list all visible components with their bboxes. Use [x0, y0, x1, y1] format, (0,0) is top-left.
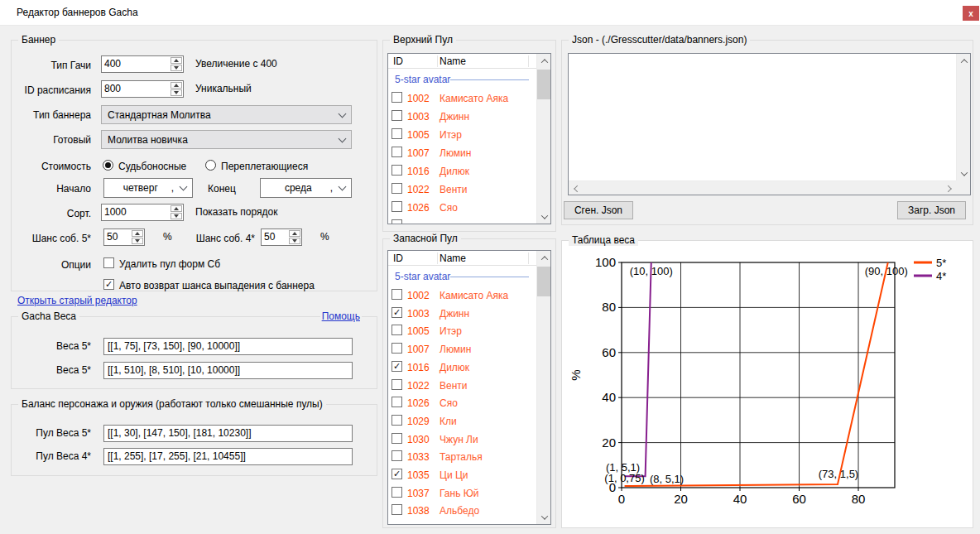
chance5-label: Шанс соб. 5*: [12, 233, 91, 244]
json-textbox[interactable]: [569, 55, 956, 180]
list-item[interactable]: 1002Камисато Аяка: [388, 286, 537, 305]
scrollbar-thumb[interactable]: [537, 70, 550, 99]
list-item[interactable]: 1029Кли: [388, 412, 537, 431]
cost-radio-intertwined[interactable]: [205, 160, 216, 171]
close-button[interactable]: x: [963, 6, 979, 21]
open-old-editor-link[interactable]: Открыть старый редактор: [17, 295, 137, 306]
scroll-up-icon[interactable]: [957, 54, 971, 68]
column-header-name[interactable]: Name: [440, 55, 466, 67]
item-checkbox[interactable]: [392, 487, 402, 498]
item-checkbox[interactable]: ✓: [392, 361, 402, 372]
x-tick-label: 0: [618, 492, 625, 506]
list-item[interactable]: ✓1016Дилюк: [388, 358, 537, 377]
item-checkbox[interactable]: [392, 128, 402, 139]
column-header-name[interactable]: Name: [440, 253, 466, 264]
item-id: 1022: [407, 184, 430, 195]
item-checkbox[interactable]: [392, 325, 402, 335]
spin-up-icon[interactable]: [132, 230, 143, 237]
spin-down-icon[interactable]: [132, 238, 143, 244]
chance5-stepper[interactable]: 50: [103, 229, 145, 246]
load-json-button[interactable]: Загр. Json: [897, 201, 966, 219]
list-item[interactable]: ✓1035Ци Ци: [388, 466, 537, 484]
spin-down-icon[interactable]: [171, 89, 182, 96]
remove-weapon-pool-checkbox[interactable]: [103, 257, 114, 268]
schedule-id-stepper[interactable]: 800: [101, 80, 184, 98]
gacha-type-stepper[interactable]: 400: [101, 55, 184, 73]
item-checkbox[interactable]: [392, 504, 402, 515]
list-item[interactable]: 1038Альбедо: [388, 502, 537, 520]
item-checkbox[interactable]: [392, 450, 402, 461]
list-item[interactable]: 1022Венти: [388, 377, 537, 395]
column-header-id[interactable]: ID: [393, 55, 403, 67]
spin-up-icon[interactable]: [171, 82, 182, 89]
item-checkbox[interactable]: [392, 201, 402, 212]
options-label: Опции: [12, 259, 91, 271]
scroll-down-icon[interactable]: [537, 209, 551, 224]
list-item[interactable]: 1033Тарталья: [388, 448, 537, 466]
list-scrollbar[interactable]: [536, 54, 550, 224]
list-item[interactable]: 1003Джинн: [388, 108, 537, 126]
reserve-pool-list[interactable]: IDName5-star avatar1002Камисато Аяка✓100…: [387, 250, 551, 525]
item-checkbox[interactable]: [392, 147, 402, 157]
list-item[interactable]: 1022Венти: [388, 180, 537, 199]
pool-weights4-input[interactable]: [[1, 255], [17, 255], [21, 10455]]: [103, 448, 353, 465]
list-item[interactable]: 1016Дилюк: [388, 162, 537, 180]
end-day-select[interactable]: среда,: [260, 178, 352, 198]
scroll-right-icon[interactable]: [942, 181, 956, 195]
list-item[interactable]: 1007Люмин: [388, 144, 537, 162]
item-checkbox[interactable]: [392, 183, 402, 194]
list-item[interactable]: ✓1003Джинн: [388, 305, 537, 323]
list-item[interactable]: 1005Итэр: [388, 322, 537, 340]
scrollbar-thumb[interactable]: [537, 267, 550, 296]
list-item[interactable]: 1030Чжун Ли: [388, 431, 537, 449]
list-item[interactable]: 1007Люмин: [388, 340, 537, 358]
item-checkbox[interactable]: [392, 289, 402, 300]
spin-down-icon[interactable]: [289, 238, 300, 244]
item-checkbox[interactable]: ✓: [392, 469, 402, 479]
scroll-up-icon[interactable]: [537, 54, 551, 68]
generate-json-button[interactable]: Сген. Json: [564, 201, 633, 219]
chance4-stepper[interactable]: 50: [261, 229, 302, 246]
item-checkbox[interactable]: [392, 110, 402, 121]
list-item[interactable]: 1026Сяо: [388, 394, 537, 412]
list-scrollbar[interactable]: [536, 251, 550, 524]
prefab-select[interactable]: Молитва новичка: [101, 130, 352, 149]
item-checkbox[interactable]: [392, 379, 402, 390]
cost-radio-fate[interactable]: [103, 160, 113, 171]
json-vertical-scrollbar[interactable]: [956, 54, 970, 180]
list-item[interactable]: 1037Гань Юй: [388, 484, 537, 503]
item-checkbox[interactable]: ✓: [392, 307, 402, 318]
help-link[interactable]: Помощь: [320, 310, 362, 322]
top-pool-list[interactable]: IDName5-star avatar1002Камисато Аяка1003…: [387, 53, 551, 224]
json-textbox-frame: [568, 53, 971, 195]
scroll-up-icon[interactable]: [537, 251, 551, 265]
list-item[interactable]: 1002Камисато Аяка: [388, 89, 537, 108]
scroll-left-icon[interactable]: [569, 181, 583, 195]
item-checkbox[interactable]: [392, 165, 402, 176]
item-checkbox[interactable]: [392, 415, 402, 426]
spin-down-icon[interactable]: [171, 65, 182, 71]
scroll-down-icon[interactable]: [537, 510, 551, 524]
column-header-id[interactable]: ID: [393, 253, 403, 264]
auto-return-chance-checkbox[interactable]: ✓: [103, 279, 114, 290]
list-item[interactable]: 1005Итэр: [388, 126, 537, 144]
item-checkbox[interactable]: [392, 397, 402, 407]
weights5-row1-input[interactable]: [[1, 75], [73, 150], [90, 10000]]: [103, 338, 353, 355]
banner-type-select[interactable]: Стандартная Молитва: [101, 105, 352, 124]
spin-down-icon[interactable]: [171, 213, 182, 219]
list-item[interactable]: 1026Сяо: [388, 199, 537, 217]
start-day-select[interactable]: четверг,: [103, 178, 193, 198]
spin-up-icon[interactable]: [171, 57, 182, 64]
sort-stepper[interactable]: 1000: [101, 204, 184, 221]
weights5-row2-input[interactable]: [[1, 510], [8, 510], [10, 10000]]: [103, 362, 353, 379]
spin-up-icon[interactable]: [171, 205, 182, 212]
scroll-down-icon[interactable]: [957, 166, 971, 180]
item-checkbox[interactable]: [392, 433, 402, 444]
pool-weights5-input[interactable]: [[1, 30], [147, 150], [181, 10230]]: [103, 425, 353, 442]
json-group-title: Json - (./Gresscutter/data/banners.json): [569, 34, 750, 46]
item-checkbox[interactable]: [392, 92, 402, 103]
spin-up-icon[interactable]: [289, 230, 300, 237]
legend-label-5*: 5*: [936, 257, 946, 269]
item-checkbox[interactable]: [392, 343, 402, 354]
json-horizontal-scrollbar[interactable]: [569, 180, 956, 195]
